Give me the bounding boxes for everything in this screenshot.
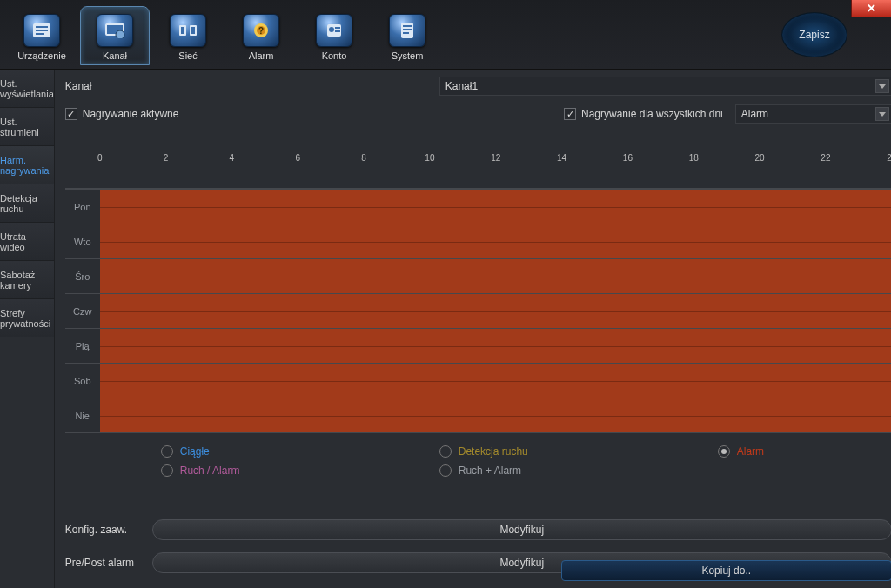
day-track[interactable] bbox=[100, 364, 891, 398]
all-days-label: Nagrywanie dla wszystkich dni bbox=[581, 108, 723, 120]
sidebar-label: Ust. wyświetlania bbox=[0, 78, 54, 99]
copy-to-button[interactable]: Kopiuj do.. bbox=[561, 560, 891, 581]
radio-motion-or-alarm[interactable] bbox=[161, 464, 173, 477]
hour-tick: 6 bbox=[295, 153, 300, 163]
svg-rect-17 bbox=[335, 30, 340, 32]
svg-rect-19 bbox=[403, 25, 412, 27]
legend-continuous: Ciągłe bbox=[180, 445, 210, 458]
day-label: Pią bbox=[65, 341, 100, 351]
radio-continuous[interactable] bbox=[161, 445, 173, 458]
divider bbox=[65, 498, 891, 498]
day-label: Sob bbox=[65, 376, 100, 386]
sidebar-label: Sabotaż kamery bbox=[0, 270, 54, 291]
hours-axis: 024681012141618202224 bbox=[100, 153, 891, 167]
svg-text:?: ? bbox=[258, 26, 264, 36]
sidebar-item-privacy[interactable]: Strefy prywatności bbox=[0, 299, 54, 337]
hour-tick: 10 bbox=[425, 153, 434, 163]
tab-network-label: Sieć bbox=[178, 50, 197, 61]
tab-alarm[interactable]: ? Alarm bbox=[226, 6, 296, 65]
sidebar-item-tamper[interactable]: Sabotaż kamery bbox=[0, 261, 54, 299]
day-track[interactable] bbox=[100, 259, 891, 293]
svg-point-6 bbox=[116, 30, 124, 38]
hour-tick: 20 bbox=[755, 153, 765, 163]
schedule-row[interactable]: Sob bbox=[65, 363, 891, 398]
radio-motion-and-alarm[interactable] bbox=[439, 464, 452, 477]
schedule-segment-alarm bbox=[100, 259, 891, 293]
sidebar: Ust. wyświetlania Ust. strumieni Harm. n… bbox=[0, 70, 55, 588]
tab-device[interactable]: Urządzenie bbox=[7, 6, 77, 65]
main-area: Ust. wyświetlania Ust. strumieni Harm. n… bbox=[0, 70, 891, 588]
schedule-row[interactable]: Nie bbox=[65, 398, 891, 432]
sidebar-item-motion[interactable]: Detekcja ruchu bbox=[0, 184, 54, 223]
system-icon bbox=[389, 14, 425, 47]
svg-point-15 bbox=[329, 27, 334, 32]
mode-select-value: Alarm bbox=[741, 108, 768, 120]
svg-rect-2 bbox=[36, 30, 48, 31]
network-icon bbox=[170, 14, 206, 47]
day-track[interactable] bbox=[100, 398, 891, 432]
segment-divider bbox=[100, 346, 891, 347]
day-label: Czw bbox=[65, 306, 100, 317]
hour-tick: 14 bbox=[557, 153, 566, 163]
channel-select[interactable]: Kanał1 bbox=[439, 77, 891, 96]
sidebar-item-display[interactable]: Ust. wyświetlania bbox=[0, 70, 54, 108]
schedule-grid[interactable]: PonWtoŚroCzwPiąSobNie bbox=[65, 188, 891, 433]
copy-label: Kopiuj do.. bbox=[701, 565, 751, 577]
hour-tick: 4 bbox=[230, 153, 235, 163]
mode-select[interactable]: Alarm bbox=[735, 104, 891, 124]
schedule-segment-alarm bbox=[100, 294, 891, 328]
channel-icon bbox=[97, 14, 133, 47]
tab-account-label: Konto bbox=[322, 50, 347, 61]
segment-divider bbox=[100, 311, 891, 312]
sidebar-item-record-schedule[interactable]: Harm. nagrywania bbox=[0, 146, 54, 184]
hour-tick: 8 bbox=[361, 153, 366, 163]
schedule-segment-alarm bbox=[100, 398, 891, 432]
segment-divider bbox=[100, 242, 891, 243]
day-track[interactable] bbox=[100, 224, 891, 258]
svg-rect-20 bbox=[403, 29, 412, 30]
svg-rect-10 bbox=[191, 27, 195, 34]
day-track[interactable] bbox=[100, 329, 891, 363]
advanced-modify-button[interactable]: Modyfikuj bbox=[152, 519, 891, 540]
schedule-segment-alarm bbox=[100, 224, 891, 258]
schedule-row[interactable]: Czw bbox=[65, 293, 891, 328]
save-label: Zapisz bbox=[799, 29, 829, 41]
tab-channel-label: Kanał bbox=[103, 50, 127, 61]
legend-row2: Ruch / Alarm Ruch + Alarm bbox=[65, 464, 891, 489]
segment-divider bbox=[100, 416, 891, 417]
content-panel: Kanał Kanał1 Nagrywanie aktywne Nagrywan… bbox=[55, 70, 891, 588]
tab-system[interactable]: System bbox=[372, 6, 442, 65]
day-track[interactable] bbox=[100, 294, 891, 328]
schedule-segment-alarm bbox=[100, 190, 891, 224]
day-track[interactable] bbox=[100, 190, 891, 224]
hour-tick: 24 bbox=[887, 153, 891, 163]
tab-account[interactable]: Konto bbox=[299, 6, 369, 65]
day-label: Wto bbox=[65, 237, 100, 247]
all-days-checkbox[interactable] bbox=[564, 108, 576, 120]
hour-tick: 12 bbox=[491, 153, 500, 163]
tab-device-label: Urządzenie bbox=[17, 50, 66, 61]
hour-tick: 16 bbox=[623, 153, 633, 163]
save-button[interactable]: Zapisz bbox=[781, 12, 847, 57]
svg-rect-9 bbox=[181, 27, 184, 34]
tab-system-label: System bbox=[392, 50, 424, 61]
segment-divider bbox=[100, 277, 891, 277]
legend-motion-and-alarm: Ruch + Alarm bbox=[459, 464, 521, 477]
schedule-row[interactable]: Śro bbox=[65, 258, 891, 293]
radio-motion[interactable] bbox=[439, 445, 452, 458]
svg-rect-3 bbox=[36, 33, 44, 35]
record-enable-checkbox[interactable] bbox=[65, 108, 77, 120]
day-label: Śro bbox=[65, 271, 100, 282]
schedule-row[interactable]: Wto bbox=[65, 224, 891, 258]
close-button[interactable]: ✕ bbox=[851, 0, 891, 17]
schedule-row[interactable]: Pon bbox=[65, 189, 891, 224]
prepost-label: Pre/Post alarm bbox=[65, 557, 152, 569]
segment-divider bbox=[100, 381, 891, 382]
tab-network[interactable]: Sieć bbox=[153, 6, 223, 65]
radio-alarm[interactable] bbox=[718, 445, 730, 458]
sidebar-item-streams[interactable]: Ust. strumieni bbox=[0, 108, 54, 146]
sidebar-item-video-loss[interactable]: Utrata wideo bbox=[0, 223, 54, 261]
sidebar-label: Strefy prywatności bbox=[0, 308, 54, 329]
tab-channel[interactable]: Kanał bbox=[80, 6, 150, 65]
schedule-row[interactable]: Pią bbox=[65, 328, 891, 363]
